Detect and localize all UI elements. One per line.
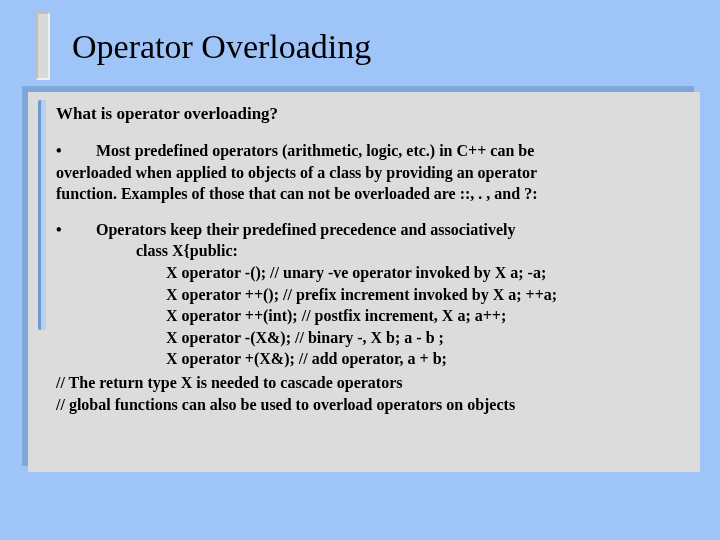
content-wrap: What is operator overloading? • Most pre… [28,92,700,472]
comment-1: // The return type X is needed to cascad… [56,372,680,394]
content-box: What is operator overloading? • Most pre… [28,92,700,472]
side-accent-bar [38,100,46,330]
title-accent-bar [36,12,50,80]
bullet-marker: • [56,140,96,162]
code-line-6: X operator +(X&); // add operator, a + b… [56,348,680,370]
bullet-2-text: Operators keep their predefined preceden… [96,219,680,241]
bullet-marker: • [56,219,96,241]
comment-2: // global functions can also be used to … [56,394,680,416]
code-line-4: X operator ++(int); // postfix increment… [56,305,680,327]
title-area: Operator Overloading [0,0,720,86]
slide-title: Operator Overloading [72,28,720,66]
code-line-1: class X{public: [56,240,680,262]
bullet-1-cont2: function. Examples of those that can not… [56,183,680,205]
bullet-1-cont1: overloaded when applied to objects of a … [56,162,680,184]
bullet-2: • Operators keep their predefined preced… [56,219,680,370]
content-heading: What is operator overloading? [56,104,680,124]
code-line-5: X operator -(X&); // binary -, X b; a - … [56,327,680,349]
bullet-1-text: Most predefined operators (arithmetic, l… [96,140,680,162]
bullet-1: • Most predefined operators (arithmetic,… [56,140,680,205]
code-line-2: X operator -(); // unary -ve operator in… [56,262,680,284]
code-line-3: X operator ++(); // prefix increment inv… [56,284,680,306]
